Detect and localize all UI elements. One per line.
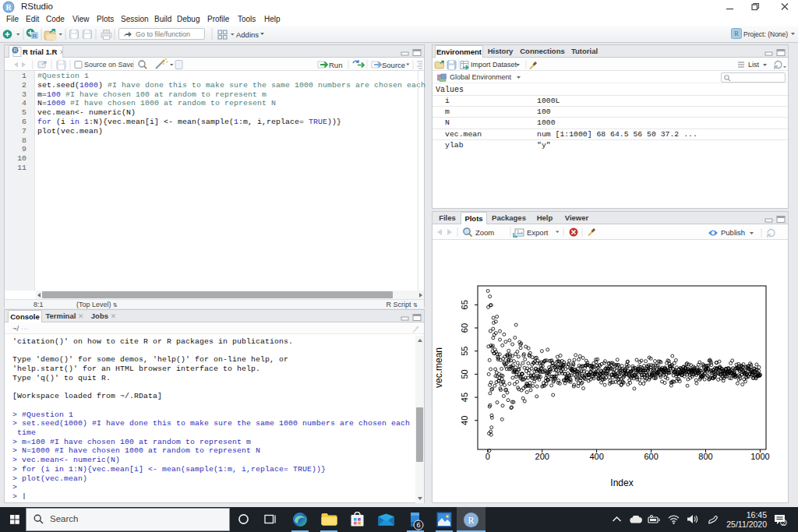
svg-text:R: R: [5, 3, 12, 12]
svg-text:1000: 1000: [750, 452, 769, 461]
svg-text:65: 65: [460, 300, 469, 309]
svg-text:50: 50: [460, 369, 469, 379]
svg-text:55: 55: [460, 347, 469, 356]
svg-text:6: 6: [416, 521, 420, 529]
svg-text:0: 0: [486, 452, 490, 461]
svg-text:45: 45: [460, 393, 469, 402]
svg-text:400: 400: [589, 452, 603, 461]
svg-text:600: 600: [644, 452, 658, 461]
svg-text:40: 40: [460, 416, 469, 425]
svg-text:2: 2: [782, 520, 785, 526]
svg-text:R: R: [734, 30, 739, 37]
svg-text:R: R: [33, 33, 37, 40]
svg-text:vec.mean: vec.mean: [433, 347, 444, 388]
svg-text:60: 60: [460, 323, 469, 333]
svg-text:200: 200: [535, 452, 549, 461]
svg-text:Index: Index: [610, 477, 633, 488]
svg-text:R: R: [13, 48, 17, 53]
svg-text:800: 800: [698, 452, 712, 461]
svg-text:R: R: [468, 515, 474, 526]
